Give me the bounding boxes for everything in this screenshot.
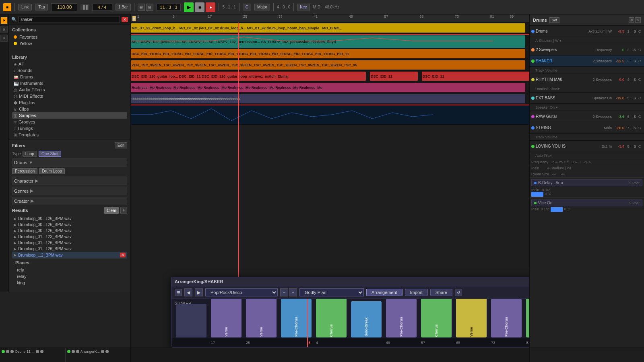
nav-icon-devices[interactable]: ⊞: [0, 26, 8, 33]
arrangement-timeline[interactable]: SHAKER Verse Verse: [171, 299, 529, 347]
lib-audio-effects[interactable]: ◎ Audio Effects: [12, 86, 127, 93]
section-chorus-1[interactable]: Chorus: [316, 299, 347, 337]
metronome-icon[interactable]: ▐▐: [80, 4, 89, 10]
arranger-prev-button[interactable]: ◀: [184, 288, 192, 296]
clear-button[interactable]: Clear: [104, 207, 119, 214]
search-input[interactable]: [19, 16, 120, 23]
mixer-left-icon[interactable]: ◁: [629, 17, 634, 23]
lib-drums[interactable]: 🥁 Drums: [12, 74, 127, 80]
share-button[interactable]: Share: [430, 289, 452, 296]
section-chorus-2[interactable]: Chorus: [421, 299, 452, 337]
creator-dropdown[interactable]: Creator ▶: [12, 197, 127, 205]
bpm-input[interactable]: [51, 3, 77, 11]
tap-button[interactable]: Tap: [35, 4, 48, 10]
arranger-genre-select[interactable]: Pop/Rock/Disco: [205, 288, 278, 296]
nav-icon-collections[interactable]: ⚑: [0, 17, 8, 24]
session-btn[interactable]: ⊟: [146, 4, 153, 11]
key-switch[interactable]: Key: [297, 4, 310, 10]
mixer-track-rhythm[interactable]: RHYTHM MA8 2 Sweepers -9.0 4 S C: [530, 74, 644, 85]
arrangement-button[interactable]: Arrangement: [366, 289, 402, 296]
add-result-button[interactable]: +: [120, 207, 127, 214]
section-pre-chorus-3[interactable]: Pre-Chorus: [491, 299, 522, 337]
clip-3[interactable]: DSC_EID_11DSC_EID_11DSC_EID_11DSC_EID_11…: [131, 49, 525, 58]
drums-dropdown[interactable]: Drums ▼: [12, 158, 127, 167]
clip-5a[interactable]: DSC_EID_110_guitar_loo... DSC_EID_11 DSC…: [131, 72, 366, 81]
file-item-5[interactable]: ▶ Drumloop_01...126_BPM.wav: [12, 246, 127, 252]
chain-vice-c: C: [568, 207, 571, 212]
mixer-s-4: S: [632, 78, 637, 82]
section-verse-3[interactable]: Verse: [456, 299, 487, 337]
mixer-c-2: C: [638, 48, 642, 52]
clip-5c[interactable]: DSC_EID_11: [422, 72, 529, 81]
chain-vice[interactable]: Vice On S Post: [531, 200, 642, 206]
file-item-4[interactable]: ▶ Drumloop_01...126_BPM.wav: [12, 240, 127, 246]
import-button[interactable]: Import: [405, 289, 428, 296]
arrange-btn[interactable]: ⊞: [138, 4, 145, 11]
place-relay[interactable]: relay: [15, 273, 124, 280]
lib-midi-effects[interactable]: ⬡ MIDI Effects: [12, 93, 127, 99]
file-item-1[interactable]: ▶ Drumloop_00...126_BPM.wav: [12, 222, 127, 228]
arranger-plus-button[interactable]: +: [289, 288, 297, 296]
section-pre-chorus-2[interactable]: Pre-Chorus: [386, 299, 417, 337]
mixer-track-loving[interactable]: LOVING YOU IS Ext. In -3.4 8 S C: [530, 141, 644, 152]
character-dropdown[interactable]: Character ▶: [12, 177, 127, 185]
lib-clips[interactable]: ◱ Clips: [12, 106, 127, 112]
mixer-track-string[interactable]: STRING Main -20.0 7 S C: [530, 122, 644, 134]
place-rela[interactable]: rela: [15, 267, 124, 273]
arranger-menu-icon[interactable]: ☰: [175, 289, 182, 296]
clip-7[interactable]: 9999999999999999999999999999999999999999…: [131, 94, 525, 103]
record-button[interactable]: ●: [206, 2, 215, 12]
lib-plug-ins[interactable]: ⬢ Plug-Ins: [12, 99, 127, 106]
mixer-right-icon[interactable]: ▷: [635, 17, 641, 23]
section-solo-break[interactable]: Solo-Break: [351, 301, 382, 337]
druml-oop-tag[interactable]: Drum Loop: [39, 168, 64, 174]
lib-samples[interactable]: ◫ Samples: [12, 112, 127, 119]
mixer-set-button[interactable]: Set: [549, 17, 560, 23]
clip-1[interactable]: MO_DT_92_drum_loop_b... MO_DT_92 (MO_DT_…: [131, 23, 525, 33]
lib-templates[interactable]: ⊞ Templates: [12, 132, 127, 138]
file-item-6[interactable]: ▶ Drumloop_...2_BPM.wav ✕: [12, 252, 127, 258]
drop-audio-zone[interactable]: Drop Audio Effects Here: [131, 348, 529, 362]
mixer-track-bass[interactable]: EXT BASS Speaker On -19.0 5 S C: [530, 93, 644, 104]
file-item-3[interactable]: ▶ Drumloop_01...123_BPM.wav: [12, 234, 127, 240]
mixer-track-sweepers[interactable]: 2 Sweepers Frequency 0 2 S C: [530, 44, 644, 56]
oneshot-chip[interactable]: One Shot: [39, 151, 61, 157]
arranger-refresh-icon[interactable]: ↺: [455, 289, 462, 296]
section-intro[interactable]: [176, 304, 206, 337]
close-search-button[interactable]: ✕: [122, 17, 128, 22]
collection-yellow[interactable]: Yellow: [12, 40, 127, 47]
arranger-next-button[interactable]: ▶: [195, 288, 203, 296]
chain-bdelay[interactable]: B-Delay | Arra S Post: [531, 179, 642, 186]
file-item-0[interactable]: ▶ Drumloop_00...126_BPM.wav: [12, 216, 127, 222]
clip-5b[interactable]: DSC_EID_11: [370, 72, 418, 81]
clip-2[interactable]: SS_FUSPV_102_percussio... SS_FUSPV_1... …: [131, 35, 525, 48]
filter-edit-button[interactable]: Edit: [115, 142, 127, 148]
stop-button[interactable]: ■: [195, 2, 204, 12]
lib-all[interactable]: ◈ All: [12, 61, 127, 67]
clip-4[interactable]: ZEN_TSC_95ZEN_TSC_95ZEN_TSC_95ZEN_TSC_95…: [131, 60, 525, 70]
file-item-2[interactable]: ▶ Drumloop_00...126_BPM.wav: [12, 228, 127, 234]
lib-instruments[interactable]: 🎹 Instruments: [12, 80, 127, 86]
arranger-plan-select[interactable]: Godly Plan: [299, 288, 364, 296]
clip-6[interactable]: Realness_Me Realness_Me Realness_Me Real…: [131, 83, 525, 92]
time-sig-input[interactable]: [92, 4, 112, 11]
lib-grooves[interactable]: ≋ Grooves: [12, 119, 127, 125]
mixer-track-drums[interactable]: Drums A-Stadium | W -9.5 1 S C: [530, 26, 644, 37]
lib-tunings[interactable]: ♯ Tunings: [12, 125, 127, 132]
section-verse-2[interactable]: Verse: [246, 299, 277, 337]
percussion-tag[interactable]: Percussion: [12, 168, 37, 174]
mixer-track-guitar[interactable]: RAW Guitar 2 Sweepers -3.6 6 S C: [530, 111, 644, 122]
arranger-minus-button[interactable]: −: [280, 288, 288, 296]
link-button[interactable]: Link: [18, 4, 32, 10]
nav-icon-browser[interactable]: ≡: [0, 35, 8, 42]
lib-sounds[interactable]: ♪ Sounds: [12, 67, 127, 74]
loop-chip[interactable]: Loop: [23, 151, 37, 157]
place-king[interactable]: king: [15, 280, 124, 286]
genres-dropdown[interactable]: Genres ▶: [12, 187, 127, 195]
play-button[interactable]: ▶: [184, 2, 194, 12]
mixer-track-shaker[interactable]: SHAKER 2 Sweepers -22.5 3 S C: [530, 56, 644, 67]
section-verse-1[interactable]: Verse: [211, 299, 242, 337]
sounds-icon: ♪: [14, 68, 16, 73]
collection-favorites[interactable]: Favorites: [12, 34, 127, 40]
section-chorus-3[interactable]: Chorus: [526, 299, 529, 337]
